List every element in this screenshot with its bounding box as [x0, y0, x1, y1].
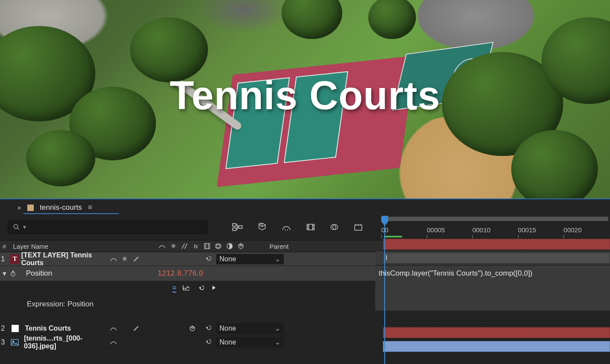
pickwhip-icon[interactable]: [203, 338, 211, 347]
render-cube-icon[interactable]: [257, 222, 267, 232]
comp-flowchart-icon[interactable]: [232, 222, 243, 232]
work-area-bar[interactable]: [381, 217, 608, 221]
layer-switches[interactable]: [106, 324, 197, 333]
layer-bar[interactable]: [375, 326, 610, 340]
text-layer-preview[interactable]: Tennis Courts: [170, 72, 441, 118]
svg-rect-2: [233, 224, 236, 226]
header-switches: ✳ fx: [155, 242, 263, 250]
shy-switch[interactable]: [109, 338, 118, 347]
cached-frames-indicator: [384, 236, 402, 237]
layer-switches[interactable]: [106, 338, 197, 347]
expression-language-menu-icon[interactable]: [210, 284, 217, 292]
ruler-mark: 00015: [518, 226, 536, 234]
parent-dropdown[interactable]: None ⌄: [216, 323, 284, 334]
close-tab-button[interactable]: ×: [17, 204, 21, 211]
adjustment-switch[interactable]: [176, 255, 186, 263]
svg-rect-8: [355, 225, 362, 230]
parent-value: None: [220, 255, 236, 263]
layer-bar[interactable]: [375, 237, 610, 251]
shy-icon[interactable]: [282, 222, 291, 232]
layer-bar[interactable]: [375, 340, 610, 354]
quality-switch[interactable]: [131, 255, 141, 263]
comp-color-swatch[interactable]: [27, 205, 34, 211]
svg-rect-4: [239, 226, 242, 228]
quality-switch[interactable]: [131, 324, 141, 333]
shy-switch[interactable]: [109, 324, 118, 333]
motion-blur-icon[interactable]: [330, 222, 339, 232]
timeline-panel: × tennis-courts ≡ ▾ 00 00005 00010: [0, 199, 610, 364]
composition-viewport[interactable]: Tennis Courts: [0, 0, 610, 199]
header-parent[interactable]: Parent: [263, 243, 375, 250]
layer-name[interactable]: [TEXT LAYER] Tennis Courts: [21, 251, 106, 267]
ruler-mark: 00020: [564, 226, 582, 234]
expression-text[interactable]: thisComp.layer("Tennis Courts").to_comp(…: [379, 269, 532, 278]
svg-rect-5: [307, 224, 315, 230]
svg-rect-9: [204, 244, 210, 249]
adjustment-column-icon[interactable]: [225, 242, 234, 250]
timeline-track-area[interactable]: Ⅰ thisComp.layer("Tennis Courts").to_com…: [375, 237, 610, 354]
search-icon: [13, 223, 20, 231]
parent-value: None: [220, 338, 236, 346]
chevron-down-icon: ⌄: [275, 324, 280, 332]
chevron-down-icon: ⌄: [275, 255, 280, 263]
property-value[interactable]: 1212.8,776.0: [155, 269, 263, 278]
parent-dropdown[interactable]: None ⌄: [216, 254, 284, 264]
frame-blend-icon[interactable]: [306, 222, 315, 232]
chevron-down-icon: ⌄: [275, 338, 280, 346]
pickwhip-icon[interactable]: [203, 254, 211, 264]
frameblend-column-icon[interactable]: [203, 242, 211, 250]
footage-layer-icon: [10, 338, 19, 347]
comp-tab-name[interactable]: tennis-courts: [40, 203, 82, 212]
svg-line-1: [17, 228, 19, 230]
layer-index: 2: [0, 325, 6, 332]
timeline-tab-bar: × tennis-courts ≡: [0, 199, 610, 213]
svg-point-0: [14, 224, 18, 228]
timeline-search-input[interactable]: ▾: [8, 220, 208, 234]
pickwhip-icon[interactable]: [203, 324, 211, 333]
layer-switches[interactable]: ✳: [106, 255, 197, 263]
ruler-mark: 00010: [472, 226, 490, 234]
twirl-down-icon[interactable]: ▾: [0, 269, 9, 278]
property-track[interactable]: Ⅰ: [375, 251, 610, 265]
motionblur-column-icon[interactable]: [214, 242, 223, 250]
layer-index: 1: [0, 255, 6, 263]
solid-layer-icon: [10, 324, 20, 333]
quality-column-icon[interactable]: [180, 242, 189, 250]
parent-dropdown[interactable]: None ⌄: [216, 337, 284, 348]
header-index[interactable]: #: [0, 243, 9, 250]
frameblend-switch[interactable]: [154, 255, 163, 263]
graph-editor-icon[interactable]: [354, 222, 363, 232]
layer-name[interactable]: [tennis…rts_[000-036].jpeg]: [24, 335, 106, 350]
3d-switch[interactable]: [188, 255, 197, 263]
property-y[interactable]: 776.0: [184, 269, 203, 277]
expression-enable-icon[interactable]: =: [172, 284, 176, 292]
layer-name[interactable]: Tennis Courts: [25, 325, 71, 332]
shy-column-icon[interactable]: [158, 242, 166, 250]
3d-column-icon[interactable]: [237, 242, 245, 250]
fx-column-icon[interactable]: fx: [191, 242, 200, 250]
text-layer-icon: T: [10, 254, 19, 264]
shy-switch[interactable]: [109, 255, 118, 263]
ruler-mark: 00005: [427, 226, 445, 234]
stopwatch-icon[interactable]: [9, 270, 17, 277]
3d-switch[interactable]: [188, 324, 197, 333]
expression-graph-icon[interactable]: [182, 284, 190, 292]
parent-value: None: [220, 325, 236, 332]
text-cursor-icon: Ⅰ: [386, 254, 387, 262]
property-name: Position: [17, 269, 155, 278]
motionblur-switch[interactable]: [165, 255, 175, 263]
fx-switch[interactable]: [143, 255, 152, 263]
layer-index: 3: [0, 338, 6, 346]
property-x[interactable]: 1212.8: [158, 269, 182, 277]
expression-pickwhip-icon[interactable]: [196, 284, 204, 293]
collapse-column-icon[interactable]: ✳: [169, 242, 178, 250]
collapse-switch[interactable]: ✳: [120, 255, 130, 263]
ruler-mark: 00: [381, 226, 389, 234]
header-layer-name[interactable]: Layer Name: [9, 243, 155, 250]
svg-rect-3: [233, 228, 236, 231]
expression-label: Expression: Position: [27, 300, 94, 309]
expression-editor[interactable]: thisComp.layer("Tennis Courts").to_comp(…: [375, 265, 610, 311]
tab-menu-icon[interactable]: ≡: [88, 203, 93, 212]
